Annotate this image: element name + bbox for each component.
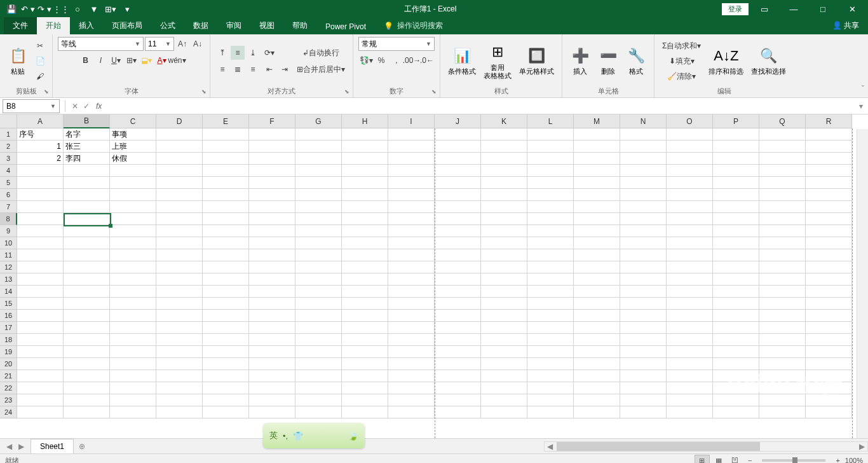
cell-I19[interactable]: [388, 346, 435, 358]
clipboard-launcher[interactable]: ⬊: [42, 87, 50, 95]
cell-R15[interactable]: [806, 298, 852, 310]
normal-view-button[interactable]: ⊞: [695, 455, 710, 463]
cell-R20[interactable]: [806, 358, 852, 370]
cell-E21[interactable]: [203, 370, 249, 382]
cell-B10[interactable]: [64, 237, 110, 249]
cell-I1[interactable]: [388, 128, 435, 141]
cell-J19[interactable]: [435, 346, 481, 358]
cell-A23[interactable]: [17, 394, 64, 406]
cell-B11[interactable]: [64, 249, 110, 261]
row-header-5[interactable]: 5: [0, 177, 17, 189]
cell-B13[interactable]: [64, 273, 110, 286]
cell-N5[interactable]: [620, 177, 667, 189]
cell-O17[interactable]: [667, 322, 713, 334]
horizontal-scrollbar[interactable]: ◀ ▶: [544, 441, 868, 452]
close-button[interactable]: ✕: [839, 0, 865, 18]
cell-K1[interactable]: [481, 128, 527, 141]
cell-N23[interactable]: [620, 394, 667, 406]
cell-Q13[interactable]: [759, 273, 806, 286]
table-format-button[interactable]: ⊞套用 表格格式: [481, 41, 514, 81]
cell-Q15[interactable]: [759, 298, 806, 310]
zoom-thumb[interactable]: [792, 457, 797, 463]
cell-L1[interactable]: [527, 128, 574, 141]
cell-D2[interactable]: [156, 141, 203, 153]
cell-N11[interactable]: [620, 249, 667, 261]
decrease-decimal-button[interactable]: .0←: [420, 53, 434, 67]
row-header-8[interactable]: 8: [0, 213, 17, 225]
cell-K5[interactable]: [481, 177, 527, 189]
cell-D18[interactable]: [156, 334, 203, 346]
cell-E14[interactable]: [203, 286, 249, 298]
cell-O2[interactable]: [667, 141, 713, 153]
cell-C2[interactable]: 上班: [110, 141, 156, 153]
expand-formula-bar[interactable]: ▾: [854, 102, 868, 111]
cell-H15[interactable]: [342, 298, 388, 310]
cell-R6[interactable]: [806, 189, 852, 201]
cell-P2[interactable]: [713, 141, 759, 153]
cell-F9[interactable]: [249, 225, 295, 237]
cell-A16[interactable]: [17, 310, 64, 322]
cell-R4[interactable]: [806, 165, 852, 177]
cell-I6[interactable]: [388, 189, 435, 201]
cell-H14[interactable]: [342, 286, 388, 298]
cell-K15[interactable]: [481, 298, 527, 310]
cell-M3[interactable]: [574, 153, 620, 165]
cell-N22[interactable]: [620, 382, 667, 394]
cell-D6[interactable]: [156, 189, 203, 201]
cell-K24[interactable]: [481, 406, 527, 418]
cell-A9[interactable]: [17, 225, 64, 237]
tab-insert[interactable]: 插入: [70, 17, 103, 34]
cell-D14[interactable]: [156, 286, 203, 298]
font-size-combo[interactable]: 11▼: [145, 37, 174, 51]
cell-E8[interactable]: [203, 213, 249, 225]
cell-O11[interactable]: [667, 249, 713, 261]
cell-N19[interactable]: [620, 346, 667, 358]
decrease-indent-button[interactable]: ⇤: [262, 62, 276, 76]
cell-L24[interactable]: [527, 406, 574, 418]
cell-F22[interactable]: [249, 382, 295, 394]
cell-G12[interactable]: [295, 261, 342, 273]
cell-P8[interactable]: [713, 213, 759, 225]
cell-B7[interactable]: [64, 201, 110, 213]
cell-D4[interactable]: [156, 165, 203, 177]
row-header-12[interactable]: 12: [0, 261, 17, 273]
col-header-B[interactable]: B: [64, 114, 110, 128]
cell-A12[interactable]: [17, 261, 64, 273]
decrease-font-button[interactable]: A↓: [191, 37, 205, 51]
zoom-in-button[interactable]: +: [836, 457, 839, 463]
cell-H5[interactable]: [342, 177, 388, 189]
cell-O16[interactable]: [667, 310, 713, 322]
cell-C4[interactable]: [110, 165, 156, 177]
delete-cells-button[interactable]: ➖删除: [595, 45, 621, 77]
col-header-I[interactable]: I: [388, 114, 435, 128]
cell-J14[interactable]: [435, 286, 481, 298]
cell-O24[interactable]: [667, 406, 713, 418]
ribbon-options-button[interactable]: ▭: [751, 0, 778, 18]
cell-K14[interactable]: [481, 286, 527, 298]
cell-K8[interactable]: [481, 213, 527, 225]
cell-H11[interactable]: [342, 249, 388, 261]
page-break-view-button[interactable]: 凹: [728, 455, 743, 463]
row-header-15[interactable]: 15: [0, 298, 17, 310]
cell-F16[interactable]: [249, 310, 295, 322]
cell-G23[interactable]: [295, 394, 342, 406]
cell-I3[interactable]: [388, 153, 435, 165]
col-header-H[interactable]: H: [342, 114, 388, 128]
cell-C12[interactable]: [110, 261, 156, 273]
cell-D5[interactable]: [156, 177, 203, 189]
cell-L15[interactable]: [527, 298, 574, 310]
cell-O15[interactable]: [667, 298, 713, 310]
cell-C20[interactable]: [110, 358, 156, 370]
confirm-formula-button[interactable]: ✓: [83, 102, 90, 111]
align-center-button[interactable]: ≣: [231, 62, 245, 76]
name-box[interactable]: B8▼: [3, 99, 60, 113]
cell-J2[interactable]: [435, 141, 481, 153]
ime-toolbar[interactable]: 英 •, 👕 🍃: [263, 423, 365, 448]
cell-C21[interactable]: [110, 370, 156, 382]
cell-G18[interactable]: [295, 334, 342, 346]
align-right-button[interactable]: ≡: [246, 62, 260, 76]
cell-F8[interactable]: [249, 213, 295, 225]
row-header-23[interactable]: 23: [0, 394, 17, 406]
cell-K18[interactable]: [481, 334, 527, 346]
autosum-button[interactable]: Σ 自动求和 ▾: [660, 39, 703, 53]
